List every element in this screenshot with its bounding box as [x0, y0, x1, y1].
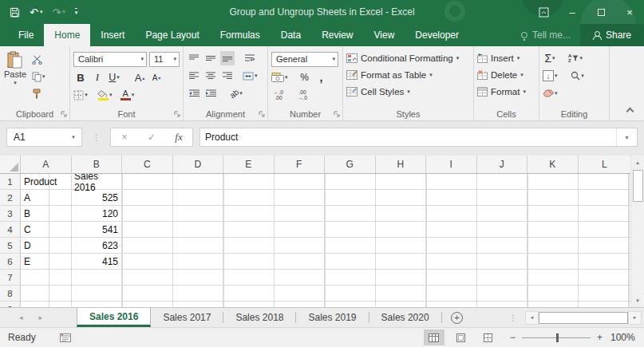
cell-a2[interactable]: A: [21, 190, 72, 206]
vertical-scrollbar[interactable]: ▴ ▾: [630, 156, 644, 307]
font-size-combo[interactable]: 11 ▾: [149, 52, 180, 67]
fill-button[interactable]: ↓ ▾: [543, 69, 558, 83]
decrease-decimal-button[interactable]: .00→.0: [295, 88, 310, 102]
formula-input[interactable]: Product ▾: [200, 128, 638, 147]
name-box-dropdown-icon[interactable]: ▾: [65, 128, 81, 146]
row-header-5[interactable]: 5: [0, 238, 21, 254]
increase-decimal-button[interactable]: ←.0.00: [271, 88, 286, 102]
bold-button[interactable]: B: [73, 70, 88, 85]
cell-a7[interactable]: [21, 270, 72, 286]
format-cells-button[interactable]: Format ▾: [474, 83, 539, 100]
ribbon-display-options-button[interactable]: [529, 0, 558, 24]
cell-b3[interactable]: 120: [72, 206, 122, 222]
align-left-button[interactable]: [187, 69, 201, 83]
paste-button[interactable]: Paste ▾: [0, 49, 30, 101]
accounting-format-button[interactable]: ▾: [271, 70, 288, 85]
tab-data[interactable]: Data: [271, 24, 311, 46]
tab-page-layout[interactable]: Page Layout: [135, 24, 209, 46]
underline-dropdown-icon[interactable]: ▾: [117, 74, 120, 81]
tab-insert[interactable]: Insert: [90, 24, 135, 46]
font-color-dropdown-icon[interactable]: ▾: [132, 92, 135, 98]
merge-center-button[interactable]: ▾: [243, 69, 258, 83]
cell-b8[interactable]: [72, 286, 122, 302]
column-header-i[interactable]: I: [426, 156, 477, 173]
redo-button[interactable]: ↷ ▾: [52, 6, 65, 18]
collapse-ribbon-button[interactable]: [626, 108, 634, 116]
horizontal-scroll-thumb[interactable]: [539, 312, 628, 324]
increase-font-size-button[interactable]: A▴: [132, 70, 147, 85]
undo-dropdown-icon[interactable]: ▾: [40, 9, 43, 15]
row-header-1[interactable]: 1: [0, 174, 21, 190]
alignment-dialog-launcher[interactable]: [259, 111, 265, 117]
maximize-button[interactable]: [587, 0, 615, 24]
increase-indent-button[interactable]: [203, 86, 218, 101]
share-button[interactable]: Share: [580, 24, 644, 46]
underline-button[interactable]: U▾: [107, 70, 121, 85]
normal-view-button[interactable]: [424, 329, 444, 345]
row-header-9[interactable]: 9: [0, 302, 21, 307]
zoom-level[interactable]: 100%: [610, 332, 644, 343]
expand-formula-bar-icon[interactable]: ▾: [616, 128, 637, 146]
autosum-dropdown-icon[interactable]: ▾: [552, 55, 555, 61]
row-header-4[interactable]: 4: [0, 222, 21, 238]
sheet-tab-sales-2020[interactable]: Sales 2020: [369, 308, 441, 327]
scroll-down-icon[interactable]: ▾: [631, 294, 644, 307]
sort-filter-button[interactable]: AZ ▾: [568, 51, 583, 65]
tab-formulas[interactable]: Formulas: [210, 24, 271, 46]
cell-b7[interactable]: [72, 270, 122, 286]
row-header-3[interactable]: 3: [0, 206, 21, 222]
select-all-corner[interactable]: [0, 156, 21, 173]
format-painter-button[interactable]: [30, 86, 45, 101]
clear-button[interactable]: ▾: [543, 86, 558, 101]
cell-styles-button[interactable]: Cell Styles ▾: [343, 83, 473, 100]
fill-dropdown-icon[interactable]: ▾: [555, 73, 558, 79]
cell-b4[interactable]: 541: [72, 222, 122, 238]
borders-button[interactable]: ▾: [73, 88, 88, 102]
previous-sheet-icon[interactable]: ◂: [19, 313, 23, 321]
percent-style-button[interactable]: %: [298, 70, 312, 85]
fill-color-button[interactable]: ▾: [97, 88, 113, 102]
row-header-8[interactable]: 8: [0, 286, 21, 302]
column-header-g[interactable]: G: [325, 156, 376, 173]
align-center-button[interactable]: [203, 69, 218, 83]
cell-b5[interactable]: 623: [72, 238, 122, 254]
align-right-button[interactable]: [220, 69, 235, 83]
minimize-button[interactable]: –: [558, 0, 587, 24]
close-button[interactable]: ×: [615, 0, 644, 24]
row-header-2[interactable]: 2: [0, 190, 21, 206]
borders-dropdown-icon[interactable]: ▾: [85, 92, 88, 98]
column-header-l[interactable]: L: [579, 156, 631, 173]
enter-entry-button[interactable]: ✓: [138, 132, 165, 143]
top-align-button[interactable]: [187, 51, 201, 65]
column-header-b[interactable]: B: [72, 156, 123, 173]
save-button[interactable]: [10, 7, 20, 18]
comma-style-button[interactable]: ,: [314, 70, 329, 85]
autosum-button[interactable]: Σ ▾: [543, 51, 557, 65]
insert-cells-button[interactable]: Insert ▾: [474, 49, 539, 66]
next-sheet-icon[interactable]: ▸: [39, 313, 43, 321]
zoom-out-button[interactable]: −: [510, 332, 516, 343]
cancel-entry-button[interactable]: ×: [111, 132, 138, 143]
decrease-font-size-button[interactable]: A▾: [149, 70, 164, 85]
scroll-left-icon[interactable]: ◂: [525, 311, 539, 325]
customize-qat-button[interactable]: ▾: [75, 8, 78, 16]
zoom-slider-handle[interactable]: [556, 333, 559, 342]
column-header-f[interactable]: F: [275, 156, 326, 173]
zoom-in-button[interactable]: +: [597, 332, 603, 343]
sheet-tab-sales-2018[interactable]: Sales 2018: [223, 308, 295, 327]
cell-a8[interactable]: [21, 286, 72, 302]
cell-b9[interactable]: [72, 302, 122, 307]
cell-a5[interactable]: D: [21, 238, 72, 254]
column-header-e[interactable]: E: [223, 156, 275, 173]
column-header-h[interactable]: H: [376, 156, 427, 173]
insert-function-button[interactable]: fx: [165, 131, 192, 144]
clear-dropdown-icon[interactable]: ▾: [555, 90, 558, 97]
row-header-7[interactable]: 7: [0, 270, 21, 286]
column-header-k[interactable]: K: [527, 156, 579, 173]
tab-developer[interactable]: Developer: [405, 24, 469, 46]
vertical-scroll-thumb[interactable]: [633, 170, 643, 202]
tab-file[interactable]: File: [8, 24, 44, 46]
middle-align-button[interactable]: [203, 51, 218, 65]
merge-dropdown-icon[interactable]: ▾: [255, 73, 258, 79]
font-color-button[interactable]: A ▾: [121, 88, 135, 102]
